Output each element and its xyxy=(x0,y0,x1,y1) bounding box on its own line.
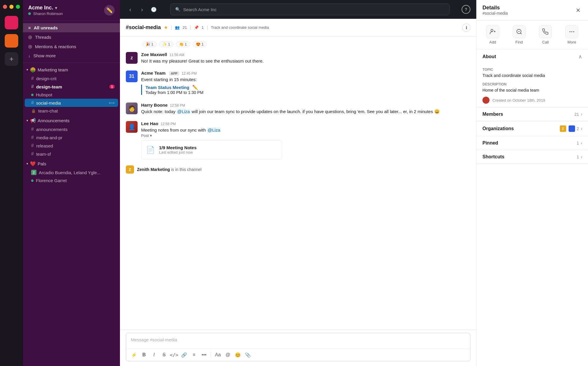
post-attachment[interactable]: 📄 1/9 Meeting Notes Last edited just now xyxy=(141,140,282,160)
channel-container: #social-media ★ | 👥 21 | 📌 1 | Track and… xyxy=(120,19,476,366)
strikethrough-button[interactable]: S xyxy=(160,350,168,359)
emoji-button[interactable]: 😊 xyxy=(233,350,242,359)
details-header: Details #social-media ✕ xyxy=(477,0,588,21)
topic-value: Track and coordinate social media xyxy=(482,73,582,79)
link-button[interactable]: 🔗 xyxy=(180,350,188,359)
message-author-harry: Harry Boone xyxy=(141,103,168,108)
workspace-avatar-secondary[interactable] xyxy=(5,34,18,48)
section-header-pals[interactable]: ▾ ❤️ Pals xyxy=(23,159,120,168)
channel-label-media-pr: media-and-pr xyxy=(36,135,62,140)
org-avatar-z: Z xyxy=(560,125,566,132)
meeting-block: Team Status Meeting ✏️ Today from 1:00 P… xyxy=(141,85,470,95)
reaction-sparkle[interactable]: ✨ 1 xyxy=(159,41,173,47)
call-label: Call xyxy=(542,40,549,44)
mention-liza-harry[interactable]: @Liza xyxy=(177,109,191,114)
channel-item-social-media[interactable]: # social-media ⟺ xyxy=(25,99,118,107)
detail-action-more[interactable]: More xyxy=(565,25,578,44)
topic-label: Topic xyxy=(482,68,582,72)
font-button[interactable]: Aa xyxy=(213,350,222,359)
message-zoe: Z Zoe Maxwell 11:56 AM No! It was my ple… xyxy=(126,52,470,65)
channel-item-hubspot[interactable]: Hubspot xyxy=(23,91,120,99)
search-bar[interactable]: 🔍 Search Acme Inc xyxy=(170,4,450,15)
nav-label-all-unreads: All unreads xyxy=(34,25,58,30)
organizations-section-row[interactable]: Organizations Z 2 › xyxy=(477,121,588,136)
channel-item-released[interactable]: # released xyxy=(23,142,120,150)
section-header-announcements[interactable]: ▾ 📢 Announcements xyxy=(23,116,120,125)
channel-item-media-pr[interactable]: # media-and-pr xyxy=(23,133,120,142)
channel-label-design-crit: design-crit xyxy=(36,76,56,81)
channel-item-design-team[interactable]: # design-team 1 xyxy=(23,83,120,91)
add-workspace-button[interactable]: + xyxy=(5,52,18,66)
detail-action-find[interactable]: Find xyxy=(513,25,526,44)
reaction-clap[interactable]: 👏 1 xyxy=(176,41,190,47)
close-details-button[interactable]: ✕ xyxy=(574,6,582,14)
channel-item-team-sf[interactable]: # team-sf xyxy=(23,150,120,158)
message-author-lee: Lee Hao xyxy=(141,121,158,126)
channel-label-florence: Florence Garret xyxy=(36,178,67,183)
nav-item-mentions[interactable]: ◎ Mentions & reactions xyxy=(23,42,120,51)
zenith-suffix-text: is in this channel xyxy=(171,167,202,172)
back-button[interactable]: ‹ xyxy=(126,5,135,14)
lightning-button[interactable]: ⚡ xyxy=(130,350,138,359)
channel-item-team-chat[interactable]: 🔒 team-chat xyxy=(23,107,120,115)
channel-item-announcements[interactable]: # announcements xyxy=(23,125,120,133)
pinned-section-row[interactable]: Pinned 1 › xyxy=(477,136,588,150)
workspace-name[interactable]: Acme Inc. ▾ xyxy=(28,5,63,11)
message-header-acme: Acme Team APP 12:45 PM xyxy=(141,70,470,75)
avatar-lee: 👤 xyxy=(126,121,138,133)
post-label[interactable]: Post ▾ xyxy=(141,133,470,138)
members-section-row[interactable]: Members 21 › xyxy=(477,108,588,121)
svg-point-0 xyxy=(491,29,493,31)
channel-label-released: released xyxy=(36,143,53,148)
message-placeholder: Message #social-media xyxy=(131,337,177,342)
nav-item-threads[interactable]: ◎ Threads xyxy=(23,32,120,42)
meeting-link[interactable]: Team Status Meeting xyxy=(146,85,189,90)
nav-label-threads: Threads xyxy=(35,35,51,40)
reaction-party[interactable]: 🎉 1 xyxy=(142,41,157,47)
close-traffic-light[interactable] xyxy=(3,5,7,9)
more-formatting-button[interactable]: ••• xyxy=(200,350,208,359)
shortcuts-section-row[interactable]: Shortcuts 1 › xyxy=(477,150,588,164)
minimize-traffic-light[interactable] xyxy=(9,5,14,9)
about-section-row[interactable]: About ∧ xyxy=(477,49,588,64)
section-collapse-announcements: ▾ xyxy=(26,119,28,122)
workspace-avatar-primary[interactable] xyxy=(5,16,18,29)
history-button[interactable]: 🕐 xyxy=(149,5,158,14)
mention-button[interactable]: @ xyxy=(223,350,232,359)
workspace-bar: + xyxy=(0,0,23,366)
about-expand-button[interactable]: ∧ xyxy=(578,53,582,60)
more-label: More xyxy=(567,40,576,44)
code-button[interactable]: </> xyxy=(170,350,178,359)
about-section-label: About xyxy=(482,54,496,59)
info-button[interactable]: ℹ xyxy=(462,23,470,32)
nav-item-show-more[interactable]: ↓ Show more xyxy=(23,51,120,60)
star-icon[interactable]: ★ xyxy=(164,25,168,30)
message-input-box: Message #social-media ⚡ B I S </> 🔗 ≡ ••… xyxy=(126,333,470,361)
message-input-field[interactable]: Message #social-media xyxy=(126,333,470,348)
list-button[interactable]: ≡ xyxy=(190,350,198,359)
help-button[interactable]: ? xyxy=(462,5,470,14)
meeting-time-text: Today from 1:00 PM to 1:30 PM xyxy=(146,90,470,95)
compose-button[interactable]: ✏️ xyxy=(104,5,115,16)
reaction-heart-eyes[interactable]: 😍 1 xyxy=(193,41,207,47)
nav-item-all-unreads[interactable]: ≡ All unreads xyxy=(23,23,120,32)
workspace-dropdown-icon: ▾ xyxy=(55,6,57,10)
shortcuts-count: 1 xyxy=(577,155,579,159)
section-collapse-pals: ▾ xyxy=(26,162,28,166)
detail-action-add[interactable]: Add xyxy=(486,25,499,44)
details-section-pinned: Pinned 1 › xyxy=(477,136,588,150)
channel-item-arcadio-leland[interactable]: 2 Arcadio Buendia, Leland Ygle... xyxy=(23,168,120,177)
italic-button[interactable]: I xyxy=(150,350,158,359)
sidebar-channels: ▾ 🤑 Marketing team # design-crit # desig… xyxy=(23,63,120,366)
post-dropdown-icon: ▾ xyxy=(150,133,152,138)
attachment-button[interactable]: 📎 xyxy=(243,350,252,359)
detail-action-call[interactable]: Call xyxy=(539,25,552,44)
channel-item-design-crit[interactable]: # design-crit xyxy=(23,74,120,83)
section-header-marketing[interactable]: ▾ 🤑 Marketing team xyxy=(23,65,120,74)
channel-item-florence[interactable]: Florence Garret xyxy=(23,177,120,184)
bold-button[interactable]: B xyxy=(140,350,148,359)
about-description-field: Description Home of the social media tea… xyxy=(482,82,582,93)
forward-button[interactable]: › xyxy=(138,5,146,14)
maximize-traffic-light[interactable] xyxy=(16,5,20,9)
message-header-zoe: Zoe Maxwell 11:56 AM xyxy=(141,52,470,57)
